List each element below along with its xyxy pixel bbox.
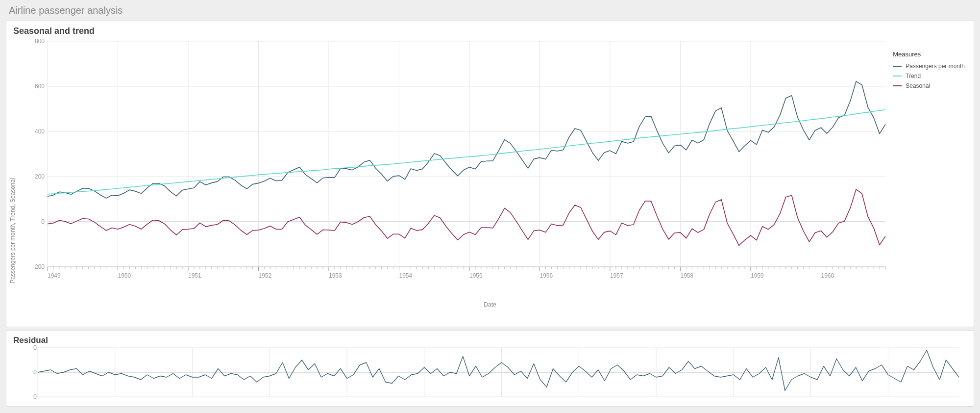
svg-text:1960: 1960: [821, 272, 834, 279]
svg-text:1952: 1952: [258, 272, 271, 279]
panel-seasonal-trend-title: Seasonal and trend: [6, 21, 974, 36]
svg-text:0: 0: [41, 218, 45, 225]
svg-text:1953: 1953: [329, 272, 342, 279]
x-axis-label-top: Date: [6, 301, 974, 308]
svg-text:1958: 1958: [680, 272, 693, 279]
svg-text:20: 20: [33, 345, 37, 351]
svg-text:1959: 1959: [751, 272, 764, 279]
svg-text:-20: -20: [33, 393, 37, 399]
panel-residual-title: Residual: [6, 331, 974, 345]
svg-text:1954: 1954: [399, 272, 412, 279]
svg-text:0: 0: [33, 369, 37, 376]
svg-text:1957: 1957: [610, 272, 623, 279]
svg-text:800: 800: [35, 38, 45, 45]
panel-seasonal-trend: Seasonal and trend Measures Passengers p…: [6, 21, 974, 327]
plot-top: -200020040060080019491950195119521953195…: [33, 36, 969, 291]
svg-text:1950: 1950: [118, 272, 131, 279]
y-axis-label-top: Passengers per month, Trend, Seasonal: [9, 178, 16, 284]
panel-residual: Residual -20020: [6, 330, 974, 407]
svg-text:1956: 1956: [539, 272, 553, 279]
svg-text:600: 600: [35, 83, 45, 90]
svg-text:400: 400: [35, 128, 45, 135]
svg-text:200: 200: [35, 173, 45, 180]
plot-bottom: -20020: [33, 345, 969, 399]
dashboard-page: Airline passenger analysis Seasonal and …: [0, 0, 980, 413]
page-title: Airline passenger analysis: [0, 3, 980, 18]
page-title-text: Airline passenger analysis: [9, 5, 122, 16]
svg-text:-200: -200: [33, 263, 45, 270]
chart-svg-top[interactable]: -200020040060080019491950195119521953195…: [33, 36, 895, 291]
svg-text:1951: 1951: [188, 272, 201, 279]
svg-text:1955: 1955: [469, 272, 483, 279]
svg-text:1949: 1949: [48, 272, 61, 279]
chart-svg-bottom[interactable]: -20020: [33, 345, 964, 399]
